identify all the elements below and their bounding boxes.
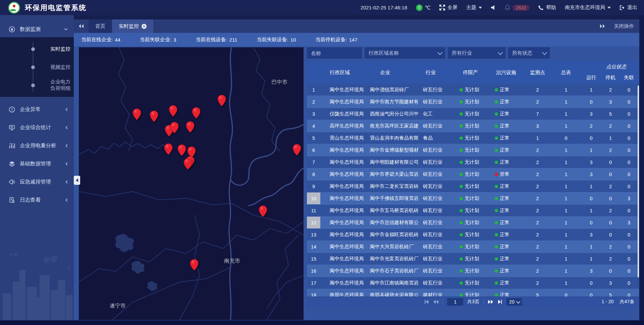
table-scrollbar[interactable] (638, 86, 639, 277)
table-row[interactable]: 4高坪生态环境局南充市高坪区王家店建砖瓦行业无计划正常31220 (307, 120, 639, 132)
cell-stop: 2 (602, 241, 619, 253)
cell-lost: 3 (619, 217, 639, 228)
notification-widget[interactable]: 2632 (505, 5, 530, 11)
map-pin-icon[interactable] (259, 205, 267, 217)
table-row[interactable]: 14阆中生态环境局阆中大兴页岩机砖厂砖瓦行业无计划正常21120 (307, 241, 639, 253)
cell-region: 阆中生态环境局 (320, 229, 367, 240)
table-row[interactable]: 7阆中生态环境局阆中明阳建材有限公司砖瓦行业无计划正常21300 (307, 156, 639, 168)
table-row[interactable]: 6阆中生态环境局阆中市金博瑞新型墙材砖瓦行业无计划正常21120 (307, 144, 639, 156)
sound-button[interactable] (491, 5, 496, 10)
cell-industry: 化工 (421, 108, 456, 120)
table-row[interactable]: 18南部生态环境局南部县砚华水泥有限公建材行业无计划正常50050 (307, 289, 639, 296)
header-divider (74, 15, 639, 19)
status-select[interactable]: 所有状态 (508, 47, 550, 59)
cell-company: 阆中明阳建材有限公司 (367, 156, 421, 168)
sidebar-item-power-load-detail[interactable]: 企业电力负荷明细 (0, 76, 74, 94)
col-industry: 行业 (421, 61, 456, 84)
map-pin-icon[interactable] (169, 105, 177, 117)
sidebar-item-base-data-management[interactable]: 基础数据管理 (0, 155, 74, 173)
table-row[interactable]: 5营山生态环境局营山县润丰肉食品有限食品无计划正常10010 (307, 132, 639, 144)
status-dot-icon (495, 161, 498, 164)
map-pin-icon[interactable] (292, 144, 301, 156)
map-pin-icon[interactable] (164, 143, 173, 155)
map-panel[interactable]: 巴中市南充市遂宁市 (79, 47, 304, 320)
map-pin-icon[interactable] (183, 158, 192, 170)
table-row[interactable]: 9阆中生态环境局阆中市二龙长宝页岩砖砖瓦行业无计划正常21120 (307, 180, 639, 193)
map-pin-icon[interactable] (150, 110, 158, 122)
cell-plan: 无计划 (456, 205, 491, 216)
cell-run: 1 (580, 144, 602, 156)
table-row[interactable]: 1阆中生态环境局阆中强锐页岩砖厂砖瓦行业无计划正常21120 (307, 84, 639, 96)
map-pin-icon[interactable] (132, 108, 141, 120)
layers-icon (9, 161, 15, 167)
fullscreen-button[interactable]: 全屏 (439, 4, 458, 11)
tabs-scroll-right-button[interactable] (600, 24, 605, 28)
logout-icon (620, 5, 625, 10)
close-operations-button[interactable]: 关闭操作 (614, 23, 634, 30)
map-pin-icon[interactable] (186, 121, 195, 133)
cell-meters: 1 (552, 241, 580, 253)
row-index: 10 (307, 193, 320, 204)
row-index: 17 (307, 277, 320, 289)
prev-page-button[interactable] (433, 300, 439, 304)
table-row[interactable]: 15阆中生态环境局阆中市光富页岩机砖厂砖瓦行业无计划正常21120 (307, 253, 639, 265)
cell-facility: 正常 (491, 156, 523, 168)
table-row[interactable]: 3仪陇生态环境局西南油气田分公司川中化工无计划正常71350 (307, 108, 639, 120)
tab-realtime-monitoring[interactable]: 实时监控 ✕ (112, 19, 153, 33)
name-search-input[interactable] (307, 47, 362, 59)
map-pin-icon[interactable] (192, 107, 201, 119)
last-page-button[interactable] (497, 300, 502, 304)
cell-region: 营山生态环境局 (320, 132, 367, 144)
cell-meters: 1 (552, 193, 580, 204)
map-pin-icon[interactable] (177, 144, 186, 156)
status-dot-icon (495, 233, 498, 236)
map-pin-icon[interactable] (170, 122, 179, 133)
cell-plan: 无计划 (456, 265, 491, 277)
table-row[interactable]: 10阆中生态环境局阆中千佛镇五郎垭页岩砖瓦行业无计划正常21003 (307, 193, 639, 205)
help-button[interactable]: 帮助 (538, 4, 556, 11)
total-rows-label: 共47条 (620, 299, 634, 305)
org-dropdown[interactable]: 南充市生态环境局 (565, 4, 611, 11)
table-row[interactable]: 17阆中生态环境局阆中市江南镇阆南页岩砖瓦行业无计划正常21030 (307, 277, 639, 289)
page-number-input[interactable]: 1 (447, 298, 463, 306)
next-page-button[interactable] (488, 300, 493, 304)
cell-industry: 砖瓦行业 (421, 144, 456, 156)
cell-plan: 无计划 (456, 108, 491, 120)
sidebar-item-log-view[interactable]: 日志查看 (0, 191, 74, 209)
map-pin-icon[interactable] (190, 259, 199, 271)
table-row[interactable]: 2阆中生态环境局阆中市南方节能建材有砖瓦行业无计划正常21030 (307, 96, 639, 108)
stat-label: 当前失联企业: (140, 37, 171, 43)
tab-home[interactable]: 首页 (89, 19, 112, 33)
stat-label: 当前失联设备: (257, 37, 288, 43)
stat-value: 10 (290, 37, 296, 43)
industry-select[interactable]: 所有行业 (448, 47, 505, 59)
sidebar-item-enterprise-statistics[interactable]: 企业综合统计 (0, 118, 74, 137)
tabs-scroll-left-button[interactable] (74, 19, 89, 33)
map-pin-icon[interactable] (217, 95, 226, 106)
table-row[interactable]: 8阆中生态环境局阆中市枣碧大梁山页岩砖瓦行业无计划异常21300 (307, 168, 639, 180)
table-row[interactable]: 11阆中生态环境局阆中市五马桥页岩机砖砖瓦行业无计划正常21120 (307, 205, 639, 217)
table-row[interactable]: 16阆中生态环境局阆中市石子页岩机砖厂砖瓦行业无计划正常21300 (307, 265, 639, 277)
row-index: 2 (307, 96, 320, 108)
sidebar-submenu: 实时监控 视频监控 企业电力负荷明细 (0, 37, 74, 97)
sidebar-item-realtime-monitoring[interactable]: 实时监控 (0, 40, 74, 58)
theme-dropdown[interactable]: 主题 (466, 4, 482, 11)
chevron-left-icon (65, 198, 68, 202)
double-chevron-left-icon (78, 24, 84, 28)
sidebar-item-emergency-reduction[interactable]: 应急减排管理 (0, 173, 74, 191)
sidebar-item-video-monitoring[interactable]: 视频监控 (0, 58, 74, 76)
page-size-select[interactable]: 20 (506, 298, 522, 306)
tab-close-icon[interactable]: ✕ (142, 24, 147, 29)
logout-button[interactable]: 退出 (620, 4, 637, 11)
sidebar-item-data-monitoring[interactable]: 数据监测 (0, 21, 74, 37)
sidebar-item-enterprise-abnormal[interactable]: 企业异常 (0, 100, 74, 118)
sidebar-collapse-button[interactable] (74, 176, 80, 185)
region-select[interactable]: 行政区域名称 (365, 47, 445, 59)
cell-facility: 正常 (491, 193, 523, 204)
table-row[interactable]: 13阆中生态环境局阆中市金福旺页岩机砖砖瓦行业无计划正常21300 (307, 229, 639, 241)
first-page-button[interactable] (424, 300, 429, 304)
cell-meters: 1 (552, 180, 580, 192)
sidebar-item-power-usage-analysis[interactable]: 企业用电量分析 (0, 137, 74, 155)
table-row[interactable]: 12阆中生态环境局阆中市忠信建材有限公砖瓦行业无计划正常21003 (307, 217, 639, 229)
app-header: 环保用电监管系统 2021-02-25 17:46:18 0 ℃ 全屏 主题 2… (0, 0, 644, 15)
